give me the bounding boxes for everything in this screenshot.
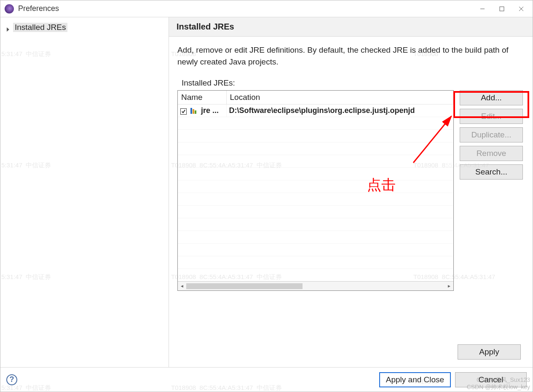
col-location[interactable]: Location <box>226 91 453 104</box>
content: Installed JREs Add, remove or edit JRE d… <box>169 17 533 367</box>
preferences-window: Preferences Installed JREs Installed JRE… <box>0 0 533 392</box>
chevron-right-icon <box>5 25 11 30</box>
jre-location: D:\Software\eclipse\plugins\org.eclipse.… <box>226 104 453 117</box>
maximize-button[interactable] <box>492 3 512 15</box>
col-name[interactable]: Name <box>178 91 226 104</box>
remove-button[interactable]: Remove <box>460 146 523 161</box>
close-button[interactable] <box>512 3 531 15</box>
window-title: Preferences <box>18 4 59 13</box>
body: Installed JREs Installed JREs Add, remov… <box>0 17 533 367</box>
page-description: Add, remove or edit JRE definitions. By … <box>177 44 527 67</box>
sidebar: Installed JREs <box>0 17 169 367</box>
minimize-button[interactable] <box>473 3 492 15</box>
jre-checkbox[interactable] <box>180 108 187 115</box>
apply-button[interactable]: Apply <box>458 344 521 360</box>
list-label: Installed JREs: <box>177 78 527 88</box>
add-button[interactable]: Add... <box>460 90 523 105</box>
page-heading: Installed JREs <box>169 17 533 37</box>
jre-name: jre ... <box>201 106 219 115</box>
jre-table[interactable]: Name Location <box>177 90 454 291</box>
scroll-left-icon[interactable]: ◄ <box>178 284 186 288</box>
titlebar: Preferences <box>0 0 533 17</box>
jre-library-icon <box>190 107 198 113</box>
side-buttons: Add... Edit... Duplicate... Remove Searc… <box>460 90 523 291</box>
cancel-button[interactable]: Cancel <box>455 372 527 387</box>
apply-and-close-button[interactable]: Apply and Close <box>379 372 451 387</box>
search-button[interactable]: Search... <box>460 164 523 180</box>
svg-rect-1 <box>500 7 504 11</box>
table-empty-area <box>178 117 453 281</box>
help-icon[interactable]: ? <box>6 374 17 385</box>
footer: ? Apply and Close Cancel <box>0 367 533 392</box>
horizontal-scrollbar[interactable]: ◄ ► <box>178 281 453 290</box>
tree-item-installed-jres[interactable]: Installed JREs <box>3 21 166 33</box>
tree-item-label: Installed JREs <box>13 23 67 32</box>
edit-button[interactable]: Edit... <box>460 109 523 124</box>
scroll-right-icon[interactable]: ► <box>445 284 453 288</box>
table-row[interactable]: jre ... D:\Software\eclipse\plugins\org.… <box>178 104 453 117</box>
duplicate-button[interactable]: Duplicate... <box>460 127 523 142</box>
eclipse-icon <box>5 4 14 13</box>
